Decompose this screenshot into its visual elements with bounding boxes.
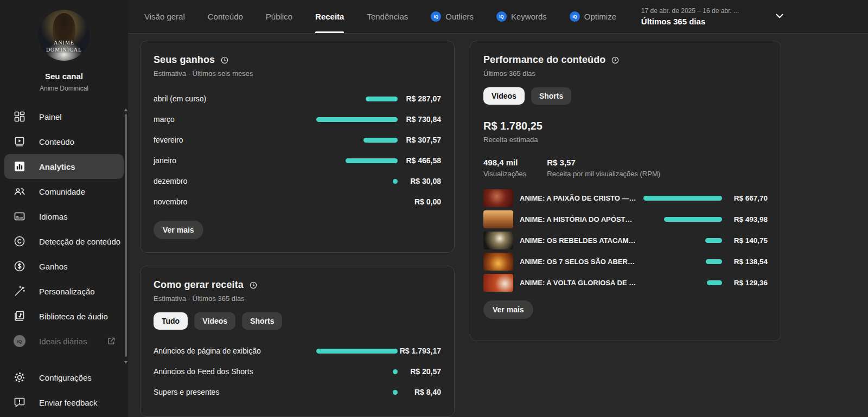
scrollbar-up-arrow[interactable]	[124, 108, 127, 111]
sidebar-item-label: Idiomas	[39, 212, 68, 221]
bar-cell	[316, 158, 398, 163]
performance-chip-shorts[interactable]: Shorts	[531, 87, 571, 105]
sidebar-item-personalizacao[interactable]: Personalização	[0, 279, 128, 304]
date-range-label: Últimos 365 dias	[641, 17, 739, 26]
tab-label: Visão geral	[144, 12, 185, 21]
earnings-see-more-button[interactable]: Ver mais	[154, 221, 203, 239]
sidebar-item-ideais-diarias: iQIdeais diárias	[0, 329, 128, 354]
sources-chip-tudo[interactable]: Tudo	[154, 312, 188, 330]
tab-tendencias[interactable]: Tendências	[367, 0, 408, 33]
bar-cell	[316, 138, 398, 143]
channel-avatar[interactable]: ANIME DOMINICAL	[39, 10, 90, 61]
sidebar-item-biblioteca-de-audio[interactable]: Biblioteca de áudio	[0, 304, 128, 329]
feedback-icon	[13, 396, 26, 409]
row-value: R$ 8,40	[398, 388, 441, 396]
video-row[interactable]: ANIME: OS REBELDES ATACAM A NOV...R$ 140…	[483, 231, 768, 249]
row-value: R$ 287,07	[398, 94, 441, 103]
value-bar	[346, 158, 398, 163]
sidebar-item-conteudo[interactable]: Conteúdo	[0, 129, 128, 154]
tab-label: Keywords	[511, 12, 547, 21]
tab-label: Público	[266, 12, 292, 21]
performance-see-more-button[interactable]: Ver mais	[483, 300, 533, 319]
row-label: novembro	[154, 197, 316, 206]
row-label: Anúncios de página de exibição	[154, 347, 316, 355]
tab-outliers[interactable]: iQOutliers	[431, 0, 474, 33]
date-range-picker[interactable]: 17 de abr. de 2025 – 16 de abr. ... Últi…	[641, 7, 786, 26]
sidebar-item-label: Ideais diárias	[39, 337, 87, 346]
tab-keywords[interactable]: iQKeywords	[496, 0, 547, 33]
earnings-card-title: Seus ganhos	[154, 54, 215, 66]
main-area: Visão geralConteúdoPúblicoReceitaTendênc…	[128, 0, 868, 417]
bar-cell	[316, 97, 398, 101]
analytics-content: Seus ganhos Estimativa · Últimos seis me…	[128, 34, 868, 417]
video-thumbnail	[483, 253, 513, 271]
revenue-sources-card-subtitle: Estimativa · Últimos 365 dias	[154, 294, 441, 303]
earnings-month-row: novembroR$ 0,00	[154, 191, 441, 212]
row-label: abril (em curso)	[154, 94, 316, 103]
performance-chip-videos[interactable]: Vídeos	[483, 87, 525, 105]
sidebar-item-label: Personalização	[39, 287, 95, 296]
video-revenue: R$ 493,98	[729, 215, 768, 223]
tab-optimize[interactable]: iQOptimize	[570, 0, 616, 33]
video-row[interactable]: ANIME: A PAIXÃO DE CRISTO — O Preç...R$ …	[483, 189, 768, 207]
video-title: ANIME: OS REBELDES ATACAM A NOV...	[520, 236, 637, 245]
revenue-source-row: Anúncios de página de exibiçãoR$ 1.793,1…	[154, 341, 441, 361]
performance-stats: 498,4 milVisualizaçõesR$ 3,57Receita por…	[483, 158, 768, 178]
content-icon	[13, 135, 26, 148]
estimated-revenue-label: Receita estimada	[483, 136, 768, 144]
earnings-month-row: abril (em curso)R$ 287,07	[154, 88, 441, 109]
sidebar-menu-footer: ConfiguraçõesEnviar feedback	[0, 365, 128, 417]
row-value: R$ 30,08	[398, 177, 441, 185]
sidebar-item-enviar-feedback[interactable]: Enviar feedback	[0, 390, 128, 415]
avatar-text: ANIME DOMINICAL	[39, 39, 90, 53]
video-thumbnail	[483, 274, 513, 292]
settings-icon	[13, 371, 26, 384]
earn-icon	[13, 260, 26, 273]
bar-cell	[643, 280, 722, 285]
dashboard-icon	[13, 110, 26, 123]
iq-icon: iQ	[13, 335, 26, 348]
revenue-sources-filter-chips: TudoVídeosShorts	[154, 312, 441, 330]
sidebar-scrollbar[interactable]	[125, 114, 127, 357]
sources-chip-shorts[interactable]: Shorts	[242, 312, 282, 330]
earnings-month-row: janeiroR$ 466,58	[154, 150, 441, 171]
subtitles-icon	[13, 210, 26, 223]
date-range-dates: 17 de abr. de 2025 – 16 de abr. ...	[641, 7, 739, 15]
clock-icon	[220, 56, 229, 65]
sidebar-item-painel[interactable]: Painel	[0, 104, 128, 129]
row-value: R$ 307,57	[398, 136, 441, 144]
sidebar-item-label: Painel	[39, 112, 62, 121]
row-label: Anúncios do Feed dos Shorts	[154, 367, 316, 376]
sidebar-item-label: Ganhos	[39, 262, 68, 271]
scrollbar-down-arrow[interactable]	[124, 361, 127, 364]
stat-label: Visualizações	[483, 170, 526, 178]
sidebar-item-comunidade[interactable]: Comunidade	[0, 179, 128, 204]
chevron-down-icon	[774, 10, 786, 24]
earnings-rows: abril (em curso)R$ 287,07marçoR$ 730,84f…	[154, 88, 441, 212]
tab-publico[interactable]: Público	[266, 0, 292, 33]
sidebar-item-analytics[interactable]: Analytics	[4, 154, 124, 179]
sidebar-item-ganhos[interactable]: Ganhos	[0, 254, 128, 279]
tab-conteudo[interactable]: Conteúdo	[208, 0, 243, 33]
content-performance-card-subtitle: Últimos 365 dias	[483, 69, 768, 78]
sidebar: ANIME DOMINICAL Seu canal Anime Dominica…	[0, 0, 128, 417]
tab-receita[interactable]: Receita	[315, 0, 344, 33]
sidebar-item-idiomas[interactable]: Idiomas	[0, 204, 128, 229]
earnings-month-row: fevereiroR$ 307,57	[154, 130, 441, 150]
content-performance-card-title: Performance do conteúdo	[483, 54, 605, 66]
revenue-sources-rows: Anúncios de página de exibiçãoR$ 1.793,1…	[154, 341, 441, 402]
video-row[interactable]: ANIME: A VOLTA GLORIOSA DE JESUS ...R$ 1…	[483, 273, 768, 292]
sidebar-item-configuracoes[interactable]: Configurações	[0, 365, 128, 390]
audio-library-icon	[13, 310, 26, 323]
sources-chip-videos[interactable]: Vídeos	[194, 312, 235, 330]
video-row[interactable]: ANIME: OS 7 SELOS SÃO ABERTOS E A...R$ 1…	[483, 252, 768, 271]
sidebar-item-label: Comunidade	[39, 187, 85, 196]
sidebar-item-deteccao-de-conteudo[interactable]: Detecção de conteúdo	[0, 229, 128, 254]
tab-visao-geral[interactable]: Visão geral	[144, 0, 185, 33]
channel-name: Anime Dominical	[40, 85, 88, 92]
earnings-card: Seus ganhos Estimativa · Últimos seis me…	[140, 41, 455, 253]
video-thumbnail	[483, 232, 513, 249]
bar-cell	[643, 217, 722, 222]
stat-value: 498,4 mil	[483, 158, 526, 167]
video-row[interactable]: ANIME: A HISTÓRIA DO APÓSTOLO PA...R$ 49…	[483, 210, 768, 228]
